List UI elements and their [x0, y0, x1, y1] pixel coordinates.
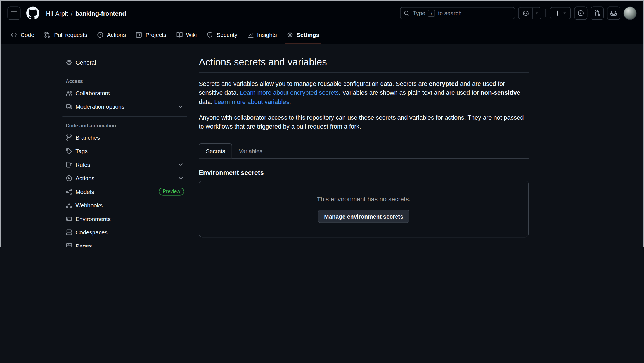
copilot-button[interactable] [519, 7, 532, 19]
people-icon [66, 90, 72, 96]
comment-discussion-icon [66, 103, 72, 110]
sidebar-item-models[interactable]: ModelsPreview [62, 185, 187, 198]
play-icon [66, 175, 72, 181]
slash-key-hint: / [428, 10, 435, 17]
sidebar-item-environments[interactable]: Environments [62, 212, 187, 225]
pull-requests-button[interactable] [591, 7, 604, 20]
sidebar-item-label: Branches [75, 134, 100, 141]
breadcrumb: Hii-Arpit / banking-frontend [46, 10, 126, 17]
intro-text: . [289, 98, 291, 105]
gear-icon [287, 31, 293, 38]
plus-icon [554, 10, 561, 16]
tab-label: Pull requests [54, 31, 87, 38]
sidebar-item-tags[interactable]: Tags [62, 144, 187, 157]
tab-security[interactable]: Security [203, 25, 242, 44]
sidebar-item-label: Models [75, 188, 94, 195]
tab-variables[interactable]: Variables [232, 143, 269, 158]
environment-secrets-heading: Environment secrets [199, 169, 529, 176]
tab-secrets[interactable]: Secrets [199, 143, 232, 158]
issues-button[interactable] [574, 7, 587, 20]
tab-wiki[interactable]: Wiki [172, 25, 201, 44]
book-icon [176, 31, 183, 38]
bold-text: encrypted [429, 80, 458, 87]
triangle-down-icon [563, 11, 567, 15]
tab-insights[interactable]: Insights [243, 25, 281, 44]
sidebar-divider [62, 116, 187, 117]
sidebar-item-pages[interactable]: Pages [62, 239, 187, 247]
tab-code[interactable]: Code [7, 25, 39, 44]
sidebar-item-general[interactable]: General [62, 56, 187, 69]
breadcrumb-repo[interactable]: banking-frontend [75, 10, 126, 17]
sidebar-item-webhooks[interactable]: Webhooks [62, 199, 187, 212]
sidebar-item-branches[interactable]: Branches [62, 131, 187, 144]
create-new-button[interactable] [550, 7, 571, 19]
tag-icon [66, 148, 72, 154]
sidebar-item-label: General [75, 59, 96, 66]
sidebar-item-label: Rules [75, 161, 90, 168]
tab-label: Actions [107, 31, 126, 38]
webhook-icon [66, 202, 72, 208]
hamburger-menu-button[interactable] [7, 7, 20, 20]
rules-icon [66, 161, 72, 168]
tab-settings[interactable]: Settings [283, 25, 323, 44]
chevron-down-icon [177, 103, 184, 110]
tab-label: Wiki [186, 31, 197, 38]
sidebar-item-codespaces[interactable]: Codespaces [62, 226, 187, 239]
sidebar-item-collaborators[interactable]: Collaborators [62, 87, 187, 99]
sidebar-item-label: Moderation options [75, 103, 124, 110]
empty-environment-message: This environment has no secrets. [317, 195, 410, 203]
intro-text: Secrets and variables allow you to manag… [199, 80, 429, 87]
link-learn-more-about-encrypted-secrets[interactable]: Learn more about encrypted secrets [240, 89, 339, 96]
copilot-menu-button[interactable] [532, 7, 541, 19]
settings-sidebar: GeneralAccessCollaboratorsModeration opt… [59, 54, 191, 247]
inbox-icon [610, 10, 617, 16]
sidebar-item-actions[interactable]: Actions [62, 172, 187, 184]
sidebar-item-moderation-options[interactable]: Moderation options [62, 100, 187, 113]
triangle-down-icon [535, 11, 539, 15]
copilot-button-group [518, 7, 541, 19]
page-title: Actions secrets and variables [199, 56, 529, 68]
inbox-button[interactable] [607, 7, 620, 20]
tab-label: Security [217, 31, 237, 38]
breadcrumb-owner[interactable]: Hii-Arpit [46, 10, 68, 17]
sidebar-item-label: Codespaces [75, 229, 107, 236]
sidebar-item-label: Collaborators [75, 90, 110, 96]
main-panel: Actions secrets and variables Secrets an… [199, 54, 529, 247]
link-learn-more-about-variables[interactable]: Learn more about variables [214, 98, 289, 105]
title-divider [199, 72, 529, 73]
search-input[interactable]: Type / to search [400, 7, 515, 19]
intro-paragraph: Secrets and variables allow you to manag… [199, 79, 529, 106]
avatar[interactable] [624, 7, 637, 20]
github-settings-window: Hii-Arpit / banking-frontend Type / to s… [0, 0, 644, 247]
github-logo[interactable] [26, 7, 39, 20]
server-icon [66, 215, 72, 222]
tab-label: Insights [257, 31, 277, 38]
bold-text: non-sensitive [480, 89, 520, 96]
header-actions: Type / to search [400, 7, 636, 20]
sidebar-item-rules[interactable]: Rules [62, 158, 187, 171]
sidebar-divider [62, 72, 187, 72]
tab-label: Projects [146, 31, 166, 38]
chevron-down-icon [177, 175, 184, 181]
intro-text: data. [199, 98, 214, 105]
browser-icon [66, 243, 72, 247]
tab-pull-requests[interactable]: Pull requests [40, 25, 91, 44]
codespaces-icon [66, 229, 72, 236]
preview-badge: Preview [159, 188, 184, 196]
sidebar-item-label: Environments [75, 215, 111, 222]
git-pull-request-icon [594, 10, 601, 16]
tab-projects[interactable]: Projects [132, 25, 171, 44]
sidebar-item-label: Webhooks [75, 202, 103, 208]
sidebar-item-label: Actions [75, 175, 94, 181]
graph-icon [247, 31, 254, 38]
header-divider [545, 9, 546, 17]
tab-actions[interactable]: Actions [93, 25, 130, 44]
secrets-variables-tabnav: SecretsVariables [199, 143, 529, 159]
git-branch-icon [66, 134, 72, 141]
manage-environment-secrets-button[interactable]: Manage environment secrets [318, 210, 409, 223]
project-icon [136, 31, 142, 38]
search-placeholder-suffix: to search [438, 10, 462, 16]
sidebar-section-label: Access [62, 75, 187, 87]
chevron-down-icon [177, 161, 184, 168]
repo-nav: CodePull requestsActionsProjectsWikiSecu… [1, 25, 643, 44]
